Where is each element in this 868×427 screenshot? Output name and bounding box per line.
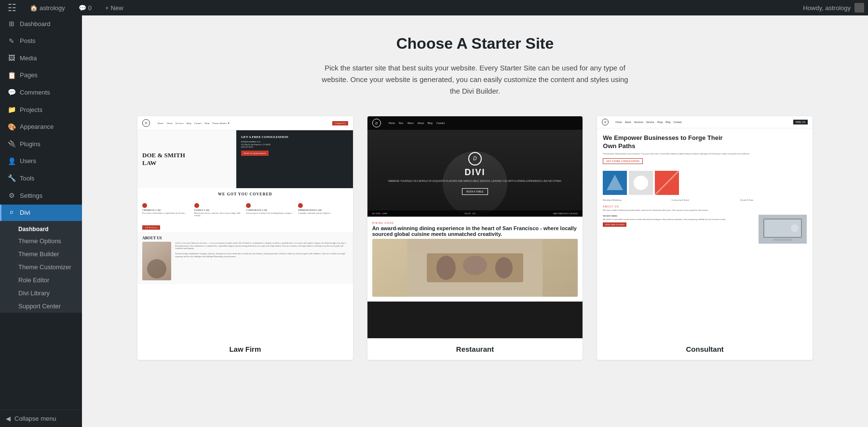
sidebar-item-label: Comments (20, 88, 50, 97)
plus-icon: + (105, 4, 109, 12)
law-firm-label: Law Firm (137, 338, 353, 360)
divi-dashboard-sub: Dashboard (18, 224, 76, 233)
plugins-icon: 🔌 (7, 139, 16, 149)
wordpress-logo-link[interactable]: ☷ (4, 0, 20, 15)
admin-bar-left: ☷ 🏠 astrology 💬 0 + New (4, 0, 127, 15)
starter-site-card-law-firm[interactable]: D HomeAboutServicesBlogContactShopTheme … (137, 116, 353, 360)
sidebar-menu: ⊞ Dashboard ✎ Posts 🖼 Media 📋 Pages 💬 Co… (0, 15, 82, 410)
sidebar-item-label: Tools (20, 174, 34, 183)
pages-icon: 📋 (7, 71, 16, 81)
sidebar-item-posts[interactable]: ✎ Posts (0, 33, 82, 50)
svg-point-15 (791, 224, 799, 232)
sidebar-sub-theme-options[interactable]: Theme Options (0, 234, 82, 248)
sidebar-item-appearance[interactable]: 🎨 Appearance (0, 119, 82, 136)
collapse-label: Collapse menu (14, 415, 56, 422)
new-label: New (111, 4, 123, 12)
sidebar: ⊞ Dashboard ✎ Posts 🖼 Media 📋 Pages 💬 Co… (0, 15, 82, 427)
svg-rect-5 (407, 239, 542, 253)
comments-link[interactable]: 💬 0 (75, 0, 95, 15)
consultant-preview: D HomeAboutServicesServiceShopBlogContac… (597, 116, 813, 338)
sidebar-sub-divi-library[interactable]: Divi Library (0, 287, 82, 300)
admin-bar-right: Howdy, astrology (803, 3, 864, 13)
comments-count: 0 (88, 4, 92, 12)
svg-point-4 (495, 257, 513, 278)
new-content-link[interactable]: + New (101, 0, 127, 15)
comment-icon: 💬 (79, 4, 86, 12)
starter-site-card-restaurant[interactable]: D Home Res.MenuAboutBlogContact D DIVI I… (367, 116, 583, 360)
appearance-icon: 🎨 (7, 123, 16, 132)
site-name-link[interactable]: 🏠 astrology (26, 0, 69, 15)
svg-point-3 (463, 256, 487, 275)
sidebar-item-label: Appearance (20, 123, 54, 131)
projects-icon: 📁 (7, 105, 16, 115)
divi-section-label: Dashboard (0, 221, 82, 234)
sidebar-item-dashboard[interactable]: ⊞ Dashboard (0, 15, 82, 33)
svg-point-2 (436, 256, 456, 280)
sidebar-item-label: Posts (20, 37, 36, 45)
sidebar-sub-support-center[interactable]: Support Center (0, 300, 82, 313)
restaurant-label: Restaurant (367, 338, 583, 360)
main-content: Choose A Starter Site Pick the starter s… (82, 15, 868, 427)
sidebar-item-label: Dashboard (20, 20, 51, 28)
sidebar-item-divi[interactable]: D Divi (0, 205, 82, 221)
consultant-label: Consultant (597, 338, 813, 360)
users-icon: 👤 (7, 157, 16, 166)
sidebar-item-pages[interactable]: 📋 Pages (0, 67, 82, 84)
site-name: astrology (40, 4, 65, 12)
page-subtitle: Pick the starter site that best suits yo… (321, 62, 629, 97)
collapse-menu-button[interactable]: ◀ Collapse menu (0, 410, 82, 427)
sidebar-sub-theme-customizer[interactable]: Theme Customizer (0, 261, 82, 274)
starter-site-card-consultant[interactable]: D HomeAboutServicesServiceShopBlogContac… (597, 116, 813, 360)
comments-icon: 💬 (7, 88, 16, 97)
page-title: Choose A Starter Site (111, 35, 839, 53)
restaurant-preview: D Home Res.MenuAboutBlogContact D DIVI I… (367, 116, 583, 338)
svg-rect-14 (773, 239, 792, 241)
dashboard-icon: ⊞ (7, 19, 16, 29)
avatar (854, 3, 864, 13)
media-icon: 🖼 (7, 54, 16, 63)
sidebar-item-plugins[interactable]: 🔌 Plugins (0, 136, 82, 153)
sidebar-sub-role-editor[interactable]: Role Editor (0, 274, 82, 287)
divi-submenu: Dashboard Theme Options Theme Builder Th… (0, 221, 82, 313)
sidebar-item-comments[interactable]: 💬 Comments (0, 84, 82, 101)
sidebar-item-tools[interactable]: 🔧 Tools (0, 170, 82, 187)
settings-icon: ⚙ (7, 191, 16, 201)
posts-icon: ✎ (7, 37, 16, 46)
collapse-icon: ◀ (6, 415, 11, 422)
sidebar-item-settings[interactable]: ⚙ Settings (0, 187, 82, 205)
sidebar-item-label: Projects (20, 106, 42, 114)
admin-bar: ☷ 🏠 astrology 💬 0 + New Howdy, astrology (0, 0, 868, 15)
sidebar-item-label: Plugins (20, 140, 41, 149)
sidebar-item-media[interactable]: 🖼 Media (0, 50, 82, 67)
starter-sites-grid: D HomeAboutServicesBlogContactShopTheme … (137, 116, 813, 360)
sidebar-item-label: Users (20, 157, 36, 165)
law-firm-preview: D HomeAboutServicesBlogContactShopTheme … (137, 116, 353, 338)
home-icon: 🏠 (30, 4, 38, 12)
sidebar-divi-label: Divi (20, 208, 30, 217)
sidebar-sub-theme-builder[interactable]: Theme Builder (0, 248, 82, 261)
howdy-text: Howdy, astrology (803, 4, 851, 12)
sidebar-item-users[interactable]: 👤 Users (0, 153, 82, 170)
wordpress-icon: ☷ (8, 2, 16, 14)
divi-icon: D (7, 208, 16, 217)
sidebar-item-label: Media (20, 54, 37, 63)
sidebar-item-projects[interactable]: 📁 Projects (0, 101, 82, 119)
tools-icon: 🔧 (7, 174, 16, 183)
sidebar-item-label: Settings (20, 192, 42, 200)
sidebar-item-label: Pages (20, 71, 38, 80)
